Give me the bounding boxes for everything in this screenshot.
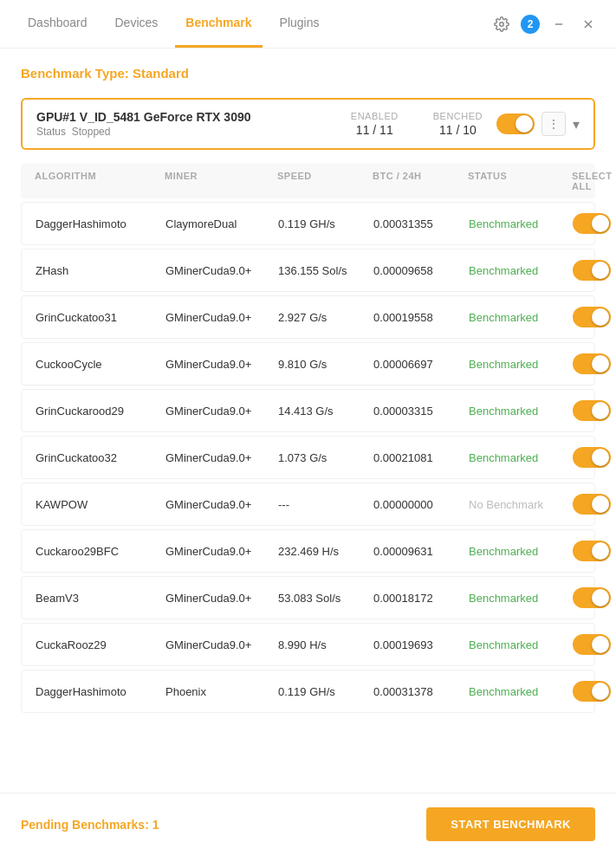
table-row: DaggerHashimoto Phoenix 0.119 GH/s 0.000…	[21, 670, 595, 713]
algo-btc: 0.00019693	[373, 638, 469, 651]
benchmark-type-row: Benchmark Type: Standard	[21, 66, 595, 81]
algo-status: No Benchmark	[469, 498, 573, 511]
algo-btc: 0.00021081	[373, 451, 469, 464]
algo-status: Benchmarked	[469, 592, 573, 605]
algo-toggle[interactable]	[573, 400, 611, 421]
algo-actions	[573, 258, 616, 282]
algo-name: DaggerHashimoto	[36, 217, 165, 230]
algo-toggle[interactable]	[573, 587, 611, 608]
algo-toggle[interactable]	[573, 494, 611, 515]
col-status: STATUS	[468, 171, 572, 191]
table-row: ZHash GMinerCuda9.0+ 136.155 Sol/s 0.000…	[21, 249, 595, 292]
algo-status: Benchmarked	[469, 451, 573, 464]
algo-actions	[573, 398, 616, 423]
algo-toggle[interactable]	[573, 634, 611, 655]
algo-miner: ClaymoreDual	[165, 217, 278, 230]
algo-status: Benchmarked	[469, 217, 573, 230]
algo-status: Benchmarked	[469, 405, 573, 418]
nav-controls: 2	[491, 14, 599, 35]
nav-plugins[interactable]: Plugins	[269, 0, 330, 48]
algo-btc: 0.00031355	[373, 217, 469, 230]
algo-name: GrinCuckatoo31	[36, 311, 165, 324]
algo-name: GrinCuckarood29	[36, 405, 165, 418]
table-row: GrinCuckatoo32 GMinerCuda9.0+ 1.073 G/s …	[21, 436, 595, 479]
footer: Pending Benchmarks: 1 START BENCHMARK	[0, 793, 616, 855]
algo-miner: GMinerCuda9.0+	[165, 311, 278, 324]
algo-name: CuckooCycle	[36, 358, 165, 371]
table-row: DaggerHashimoto ClaymoreDual 0.119 GH/s …	[21, 202, 595, 245]
nav-benchmark[interactable]: Benchmark	[175, 0, 262, 48]
algo-speed: 2.927 G/s	[278, 311, 373, 324]
main-content: Benchmark Type: Standard GPU#1 V_ID_5481…	[0, 49, 616, 734]
nav-dashboard[interactable]: Dashboard	[17, 0, 98, 48]
algo-btc: 0.00031378	[373, 685, 469, 698]
gpu-actions: ⋮ ▾	[496, 112, 580, 136]
algo-toggle[interactable]	[573, 447, 611, 468]
algo-name: BeamV3	[36, 592, 165, 605]
minimize-icon[interactable]	[548, 14, 569, 35]
table-row: CuckaRooz29 GMinerCuda9.0+ 8.990 H/s 0.0…	[21, 623, 595, 666]
table-row: GrinCuckarood29 GMinerCuda9.0+ 14.413 G/…	[21, 389, 595, 432]
algo-status: Benchmarked	[469, 685, 573, 698]
algo-miner: GMinerCuda9.0+	[165, 592, 278, 605]
algo-btc: 0.00006697	[373, 358, 469, 371]
start-benchmark-button[interactable]: START BENCHMARK	[426, 807, 595, 841]
algo-speed: ---	[278, 498, 373, 511]
gpu-info: GPU#1 V_ID_5481 GeForce RTX 3090 Status …	[36, 110, 351, 138]
close-icon[interactable]	[578, 14, 599, 35]
algo-actions	[573, 211, 616, 236]
algo-toggle[interactable]	[573, 353, 611, 374]
nav-items: Dashboard Devices Benchmark Plugins	[17, 0, 491, 48]
col-speed: SPEED	[277, 171, 373, 191]
algo-name: GrinCuckatoo32	[36, 451, 165, 464]
table-row: CuckooCycle GMinerCuda9.0+ 9.810 G/s 0.0…	[21, 342, 595, 385]
table-row: BeamV3 GMinerCuda9.0+ 53.083 Sol/s 0.000…	[21, 576, 595, 619]
gpu-status: Status Stopped	[36, 126, 351, 138]
gpu-benched-stat: BENCHED 11 / 10	[433, 111, 483, 137]
algo-miner: GMinerCuda9.0+	[165, 498, 278, 511]
algo-miner: Phoenix	[165, 685, 278, 698]
algo-miner: GMinerCuda9.0+	[165, 451, 278, 464]
benchmark-type-label: Benchmark Type:	[21, 66, 129, 81]
pending-benchmarks: Pending Benchmarks: 1	[21, 818, 159, 832]
algo-name: DaggerHashimoto	[36, 685, 165, 698]
algo-btc: 0.00003315	[373, 405, 469, 418]
col-algorithm: ALGORITHM	[35, 171, 165, 191]
table-row: GrinCuckatoo31 GMinerCuda9.0+ 2.927 G/s …	[21, 295, 595, 339]
algo-speed: 9.810 G/s	[278, 358, 373, 371]
algo-toggle[interactable]	[573, 213, 611, 234]
algo-actions	[573, 679, 616, 703]
algo-miner: GMinerCuda9.0+	[165, 264, 278, 277]
benchmark-type-value: Standard	[133, 66, 189, 81]
algo-miner: GMinerCuda9.0+	[165, 638, 278, 651]
algo-toggle[interactable]	[573, 260, 611, 281]
gpu-expand-icon[interactable]: ▾	[573, 116, 580, 133]
algo-speed: 14.413 G/s	[278, 405, 373, 418]
algorithm-table: DaggerHashimoto ClaymoreDual 0.119 GH/s …	[21, 202, 595, 713]
algo-btc: 0.00000000	[373, 498, 469, 511]
gpu-menu-button[interactable]: ⋮	[541, 112, 566, 136]
table-row: Cuckaroo29BFC GMinerCuda9.0+ 232.469 H/s…	[21, 529, 595, 573]
gpu-enabled-stat: ENABLED 11 / 11	[351, 111, 399, 137]
algo-speed: 0.119 GH/s	[278, 217, 373, 230]
nav-devices[interactable]: Devices	[105, 0, 169, 48]
algo-status: Benchmarked	[469, 545, 573, 558]
algo-toggle[interactable]	[573, 681, 611, 702]
algo-toggle[interactable]	[573, 541, 611, 561]
gpu-stats: ENABLED 11 / 11 BENCHED 11 / 10	[351, 111, 483, 137]
algo-actions	[573, 492, 616, 516]
gpu-toggle[interactable]	[496, 113, 535, 134]
gpu-card: GPU#1 V_ID_5481 GeForce RTX 3090 Status …	[21, 98, 595, 150]
algo-toggle[interactable]	[573, 307, 611, 327]
algo-status: Benchmarked	[469, 264, 573, 277]
algo-speed: 8.990 H/s	[278, 638, 373, 651]
algo-name: KAWPOW	[36, 498, 165, 511]
algo-btc: 0.00009631	[373, 545, 469, 558]
col-select-all: SELECT ALL	[572, 171, 616, 191]
settings-icon[interactable]	[491, 14, 512, 35]
algo-actions	[573, 445, 616, 470]
algo-btc: 0.00009658	[373, 264, 469, 277]
algo-name: CuckaRooz29	[36, 638, 165, 651]
algo-btc: 0.00018172	[373, 592, 469, 605]
notification-badge[interactable]: 2	[521, 15, 540, 34]
